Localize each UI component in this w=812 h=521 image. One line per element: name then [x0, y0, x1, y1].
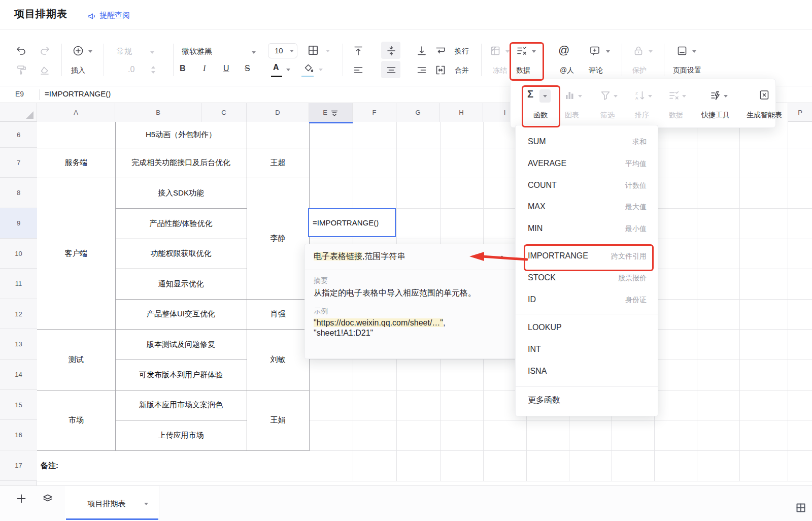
- page-setup-button[interactable]: 页面设置: [669, 66, 705, 75]
- cell-B12[interactable]: 产品整体UI交互优化: [115, 299, 247, 329]
- smart-table-icon[interactable]: [758, 89, 770, 101]
- menu-item-max[interactable]: MAX: [528, 202, 546, 211]
- halign-center-icon[interactable]: [385, 64, 397, 76]
- row-header-15[interactable]: 15: [0, 390, 37, 420]
- cell-B13[interactable]: 版本测试及问题修复: [115, 329, 247, 360]
- add-sheet-icon[interactable]: [15, 493, 27, 505]
- sheet-list-icon[interactable]: [42, 493, 54, 505]
- protect-caret-icon[interactable]: [649, 50, 653, 55]
- cell-D12[interactable]: 肖强: [247, 299, 309, 329]
- cell-B16[interactable]: 上传应用市场: [115, 420, 247, 450]
- comment-icon[interactable]: [589, 45, 601, 57]
- cell-D8-D11[interactable]: 李静: [247, 178, 309, 299]
- italic-button[interactable]: I: [203, 64, 206, 73]
- font-color-button[interactable]: A: [273, 63, 279, 72]
- halign-right-icon[interactable]: [416, 64, 428, 76]
- sort-button[interactable]: 排序: [626, 111, 658, 120]
- menu-item-id[interactable]: ID: [528, 295, 536, 304]
- fill-color-icon[interactable]: [302, 62, 315, 75]
- name-box[interactable]: E9: [0, 90, 39, 98]
- decimal-up-icon[interactable]: [151, 64, 155, 69]
- col-header-G[interactable]: G: [396, 103, 440, 122]
- mention-button[interactable]: @人: [552, 66, 582, 75]
- at-icon[interactable]: @: [558, 44, 569, 57]
- sheet-tab-caret-icon[interactable]: [144, 503, 148, 507]
- cell-B6[interactable]: H5动画（外包制作）: [115, 122, 247, 148]
- wrap-text-button[interactable]: 换行: [451, 47, 473, 56]
- row-header-13[interactable]: 13: [0, 329, 37, 360]
- col-header-B[interactable]: B: [115, 103, 201, 122]
- row-header-14[interactable]: 14: [0, 360, 37, 390]
- decimal-down-icon[interactable]: [151, 71, 155, 76]
- cell-B15[interactable]: 新版本应用市场文案润色: [115, 390, 247, 420]
- row-header-10[interactable]: 10: [0, 239, 37, 269]
- row-header-6[interactable]: 6: [0, 122, 37, 148]
- eraser-icon[interactable]: [39, 64, 51, 76]
- bold-button[interactable]: B: [180, 64, 186, 73]
- font-color-caret-icon[interactable]: [286, 69, 290, 73]
- menu-item-sum[interactable]: SUM: [528, 137, 546, 146]
- selected-cell-E9[interactable]: =IMPORTRANGE(): [308, 208, 396, 237]
- formula-input[interactable]: =IMPORTRANGE(): [45, 89, 111, 98]
- cell-B9[interactable]: 产品性能/体验优化: [115, 208, 247, 239]
- filter-icon[interactable]: [599, 89, 612, 102]
- valign-middle-icon[interactable]: [385, 45, 397, 57]
- col-header-H[interactable]: H: [440, 103, 483, 122]
- page-setup-caret-icon[interactable]: [692, 50, 696, 55]
- cell-B8[interactable]: 接入SDK功能: [115, 178, 247, 208]
- menu-item-stock[interactable]: STOCK: [528, 273, 556, 282]
- row-header-11[interactable]: 11: [0, 269, 37, 299]
- fill-color-caret-icon[interactable]: [319, 69, 323, 73]
- halign-left-icon[interactable]: [352, 64, 364, 76]
- col-header-D[interactable]: D: [247, 103, 309, 122]
- insert-button[interactable]: 插入: [65, 66, 91, 75]
- menu-item-average[interactable]: AVERAGE: [528, 159, 566, 168]
- col-header-E[interactable]: E: [309, 103, 353, 122]
- filter-button[interactable]: 筛选: [591, 111, 624, 120]
- select-all-corner[interactable]: [0, 103, 37, 122]
- merge-cells-button[interactable]: 合并: [451, 66, 473, 75]
- decimal-button[interactable]: .0: [128, 65, 134, 74]
- insert-caret-icon[interactable]: [88, 50, 92, 55]
- freeze-caret-icon[interactable]: [505, 50, 510, 55]
- number-format-select[interactable]: 常规: [117, 47, 132, 56]
- menu-item-int[interactable]: INT: [528, 345, 541, 354]
- cell-A15-A16[interactable]: 市场: [37, 390, 115, 450]
- smart-table-button[interactable]: 生成智能表: [739, 111, 790, 120]
- protect-button[interactable]: 保护: [624, 66, 655, 75]
- merge-cells-icon[interactable]: [434, 64, 447, 76]
- row-header-9[interactable]: 9: [0, 208, 37, 239]
- font-size-select[interactable]: 10: [268, 43, 297, 58]
- data-sub-icon[interactable]: [668, 89, 680, 102]
- borders-caret-icon[interactable]: [326, 50, 330, 54]
- borders-icon[interactable]: [307, 44, 320, 57]
- comment-button[interactable]: 评论: [581, 66, 611, 75]
- cell-D13-D14[interactable]: 刘敏: [247, 329, 309, 390]
- filter-indicator-icon[interactable]: [330, 109, 339, 117]
- cell-B11[interactable]: 通知显示优化: [115, 269, 247, 299]
- cell-B7[interactable]: 完成相关功能接口及后台优化: [115, 148, 247, 178]
- font-select-caret-icon[interactable]: [252, 51, 256, 56]
- row-header-17[interactable]: 17: [0, 450, 37, 481]
- freeze-icon[interactable]: [489, 45, 501, 57]
- page-setup-icon[interactable]: [676, 45, 688, 57]
- valign-top-icon[interactable]: [352, 45, 364, 57]
- row-header-16[interactable]: 16: [0, 420, 37, 450]
- valign-bottom-icon[interactable]: [416, 45, 428, 57]
- redo-icon[interactable]: [39, 45, 51, 57]
- underline-button[interactable]: U: [223, 64, 229, 73]
- undo-icon[interactable]: [15, 45, 27, 57]
- chart-icon[interactable]: [564, 89, 576, 102]
- remind-review-link[interactable]: 提醒查阅: [99, 11, 130, 20]
- row-header-8[interactable]: 8: [0, 178, 37, 208]
- sort-icon[interactable]: ZA: [634, 89, 646, 102]
- quick-tools-button[interactable]: 快捷工具: [695, 111, 736, 120]
- row-header-7[interactable]: 7: [0, 148, 37, 178]
- font-select[interactable]: 微软雅黑: [182, 47, 212, 56]
- col-header-P[interactable]: P: [788, 103, 812, 122]
- cell-A7[interactable]: 服务端: [37, 148, 115, 178]
- protect-lock-icon[interactable]: [632, 45, 645, 57]
- menu-item-count[interactable]: COUNT: [528, 181, 557, 190]
- cell-A8-A12[interactable]: 客户端: [37, 178, 115, 329]
- cell-A17[interactable]: 备注:: [41, 450, 193, 481]
